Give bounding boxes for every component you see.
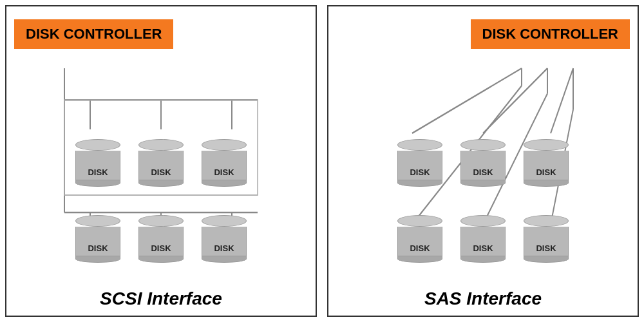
sas-disk-3: DISK xyxy=(520,139,572,187)
sas-disk-2: DISK xyxy=(457,139,509,187)
scsi-disk-3: DISK xyxy=(198,139,250,187)
scsi-disk-5: DISK xyxy=(135,215,187,263)
sas-interface-label: SAS Interface xyxy=(424,285,542,309)
scsi-interface-label: SCSI Interface xyxy=(100,285,222,309)
scsi-disk-2: DISK xyxy=(135,139,187,187)
sas-disk-5: DISK xyxy=(457,215,509,263)
sas-panel: DISK CONTROLLER DISK DIS xyxy=(327,5,639,317)
scsi-panel: DISK CONTROLLER DISK DIS xyxy=(5,5,317,317)
sas-disk-4: DISK xyxy=(394,215,446,263)
scsi-disk-controller: DISK CONTROLLER xyxy=(14,19,173,49)
scsi-disk-1: DISK xyxy=(72,139,124,187)
sas-disk-controller: DISK CONTROLLER xyxy=(471,19,630,49)
scsi-disk-6: DISK xyxy=(198,215,250,263)
sas-disk-6: DISK xyxy=(520,215,572,263)
scsi-disk-4: DISK xyxy=(72,215,124,263)
sas-disk-1: DISK xyxy=(394,139,446,187)
